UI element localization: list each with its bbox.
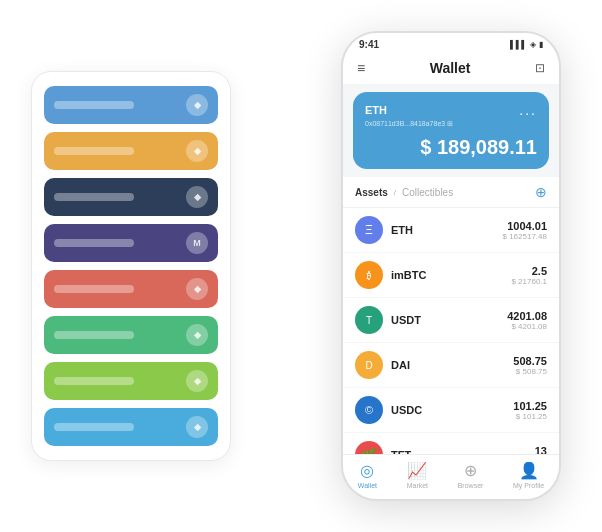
scene: ◆ ◆ ◆ M ◆ ◆ ◆ ◆ 9:41 ▌▌▌ ◈ ▮ ≡ Wallet ⊡ [11, 11, 591, 521]
asset-name: USDT [391, 314, 507, 326]
asset-usd: $ 101.25 [513, 412, 547, 421]
asset-name: ETH [391, 224, 503, 236]
scan-icon[interactable]: ⊡ [535, 61, 545, 75]
status-time: 9:41 [359, 39, 379, 50]
table-row[interactable]: T USDT 4201.08 $ 4201.08 [343, 298, 559, 343]
asset-values: 2.5 $ 21760.1 [511, 265, 547, 286]
imbtc-icon: ₿ [355, 261, 383, 289]
usdt-icon: T [355, 306, 383, 334]
asset-values: 101.25 $ 101.25 [513, 400, 547, 421]
signal-icon: ▌▌▌ [510, 40, 527, 49]
list-item[interactable]: ◆ [44, 132, 218, 170]
dai-icon: D [355, 351, 383, 379]
asset-usd: $ 21760.1 [511, 277, 547, 286]
card-stack: ◆ ◆ ◆ M ◆ ◆ ◆ ◆ [31, 71, 231, 461]
asset-usd: $ 4201.08 [507, 322, 547, 331]
asset-amount: 4201.08 [507, 310, 547, 322]
wifi-icon: ◈ [530, 40, 536, 49]
phone-header: ≡ Wallet ⊡ [343, 54, 559, 84]
asset-amount: 13 [535, 445, 547, 455]
eth-address: 0x08711d3B...8418a78e3 ⊞ [365, 120, 537, 128]
status-bar: 9:41 ▌▌▌ ◈ ▮ [343, 33, 559, 54]
assets-tabs: Assets / Collectibles [355, 187, 453, 198]
asset-list: Ξ ETH 1004.01 $ 162517.48 ₿ imBTC 2.5 $ … [343, 208, 559, 454]
bottom-nav: ◎ Wallet 📈 Market ⊕ Browser 👤 My Profile [343, 454, 559, 499]
status-icons: ▌▌▌ ◈ ▮ [510, 40, 543, 49]
list-item[interactable]: ◆ [44, 316, 218, 354]
table-row[interactable]: 🌿 TFT 13 0 [343, 433, 559, 454]
assets-header: Assets / Collectibles ⊕ [343, 177, 559, 208]
asset-amount: 1004.01 [503, 220, 548, 232]
profile-nav-icon: 👤 [519, 461, 539, 480]
asset-values: 1004.01 $ 162517.48 [503, 220, 548, 241]
eth-ticker: ETH [365, 104, 387, 116]
tab-collectibles[interactable]: Collectibles [402, 187, 453, 198]
usdc-icon: © [355, 396, 383, 424]
asset-name: USDC [391, 404, 513, 416]
list-item[interactable]: ◆ [44, 178, 218, 216]
nav-item-market[interactable]: 📈 Market [407, 461, 428, 489]
table-row[interactable]: Ξ ETH 1004.01 $ 162517.48 [343, 208, 559, 253]
asset-values: 508.75 $ 508.75 [513, 355, 547, 376]
list-item[interactable]: ◆ [44, 362, 218, 400]
asset-usd: $ 162517.48 [503, 232, 548, 241]
eth-balance: $ 189,089.11 [365, 136, 537, 159]
nav-item-wallet[interactable]: ◎ Wallet [358, 461, 377, 489]
asset-amount: 2.5 [511, 265, 547, 277]
list-item[interactable]: ◆ [44, 270, 218, 308]
asset-amount: 508.75 [513, 355, 547, 367]
table-row[interactable]: D DAI 508.75 $ 508.75 [343, 343, 559, 388]
table-row[interactable]: ₿ imBTC 2.5 $ 21760.1 [343, 253, 559, 298]
table-row[interactable]: © USDC 101.25 $ 101.25 [343, 388, 559, 433]
page-title: Wallet [430, 60, 471, 76]
browser-nav-icon: ⊕ [464, 461, 477, 480]
list-item[interactable]: M [44, 224, 218, 262]
phone-content: ETH ... 0x08711d3B...8418a78e3 ⊞ $ 189,0… [343, 84, 559, 454]
menu-icon[interactable]: ≡ [357, 60, 365, 76]
nav-label-profile: My Profile [513, 482, 544, 489]
asset-name: DAI [391, 359, 513, 371]
nav-label-wallet: Wallet [358, 482, 377, 489]
wallet-nav-icon: ◎ [360, 461, 374, 480]
tab-separator: / [394, 188, 396, 197]
asset-usd: $ 508.75 [513, 367, 547, 376]
list-item[interactable]: ◆ [44, 86, 218, 124]
eth-more-icon[interactable]: ... [519, 102, 537, 118]
eth-banner[interactable]: ETH ... 0x08711d3B...8418a78e3 ⊞ $ 189,0… [353, 92, 549, 169]
eth-icon: Ξ [355, 216, 383, 244]
list-item[interactable]: ◆ [44, 408, 218, 446]
nav-label-browser: Browser [458, 482, 484, 489]
battery-icon: ▮ [539, 40, 543, 49]
asset-values: 13 0 [535, 445, 547, 455]
asset-amount: 101.25 [513, 400, 547, 412]
nav-item-profile[interactable]: 👤 My Profile [513, 461, 544, 489]
nav-item-browser[interactable]: ⊕ Browser [458, 461, 484, 489]
asset-values: 4201.08 $ 4201.08 [507, 310, 547, 331]
tab-assets[interactable]: Assets [355, 187, 388, 198]
asset-name: imBTC [391, 269, 511, 281]
nav-label-market: Market [407, 482, 428, 489]
market-nav-icon: 📈 [407, 461, 427, 480]
tft-icon: 🌿 [355, 441, 383, 454]
add-asset-button[interactable]: ⊕ [535, 184, 547, 200]
phone-frame: 9:41 ▌▌▌ ◈ ▮ ≡ Wallet ⊡ ETH ... 0x08711d… [341, 31, 561, 501]
